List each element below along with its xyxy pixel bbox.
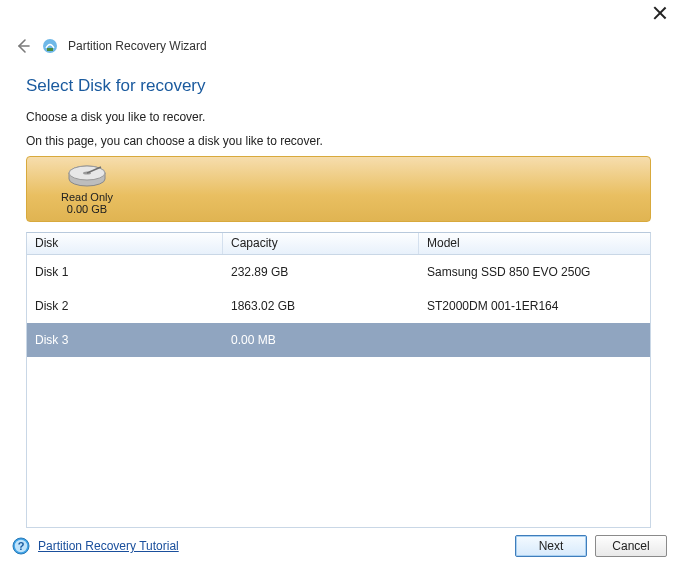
help-icon: ? — [12, 537, 30, 555]
table-row[interactable]: Disk 30.00 MB — [27, 323, 650, 357]
cell-disk: Disk 3 — [27, 333, 223, 347]
page-title: Select Disk for recovery — [26, 76, 651, 96]
content: Select Disk for recovery Choose a disk y… — [0, 60, 677, 528]
column-header-model[interactable]: Model — [419, 233, 650, 254]
svg-text:?: ? — [18, 540, 25, 552]
header-title: Partition Recovery Wizard — [68, 39, 207, 53]
page-sub-text: On this page, you can choose a disk you … — [26, 134, 651, 148]
wizard-window: Partition Recovery Wizard Select Disk fo… — [0, 0, 677, 566]
media-status-label: Read Only — [61, 191, 113, 203]
cell-capacity: 1863.02 GB — [223, 299, 419, 313]
footer: ? Partition Recovery Tutorial Next Cance… — [0, 532, 677, 566]
back-button[interactable] — [14, 37, 32, 55]
app-icon — [42, 38, 58, 54]
table-body: Disk 1232.89 GBSamsung SSD 850 EVO 250GD… — [27, 255, 650, 357]
close-icon[interactable] — [653, 6, 667, 20]
next-button[interactable]: Next — [515, 535, 587, 557]
arrow-left-icon — [15, 38, 31, 54]
cell-model: ST2000DM 001-1ER164 — [419, 299, 650, 313]
media-info-box: Read Only 0.00 GB — [26, 156, 651, 222]
svg-rect-1 — [47, 48, 53, 51]
header: Partition Recovery Wizard — [0, 32, 677, 60]
cell-model: Samsung SSD 850 EVO 250G — [419, 265, 650, 279]
disk-table: Disk Capacity Model Disk 1232.89 GBSamsu… — [26, 232, 651, 528]
column-header-capacity[interactable]: Capacity — [223, 233, 419, 254]
table-row[interactable]: Disk 21863.02 GBST2000DM 001-1ER164 — [27, 289, 650, 323]
page-body-text: Choose a disk you like to recover. — [26, 110, 651, 124]
cell-capacity: 232.89 GB — [223, 265, 419, 279]
media-size-label: 0.00 GB — [67, 203, 107, 215]
tutorial-link[interactable]: Partition Recovery Tutorial — [38, 539, 179, 553]
cell-disk: Disk 2 — [27, 299, 223, 313]
disk-icon — [65, 163, 109, 191]
cell-disk: Disk 1 — [27, 265, 223, 279]
titlebar — [0, 0, 677, 32]
table-row[interactable]: Disk 1232.89 GBSamsung SSD 850 EVO 250G — [27, 255, 650, 289]
cancel-button[interactable]: Cancel — [595, 535, 667, 557]
column-header-disk[interactable]: Disk — [27, 233, 223, 254]
cell-capacity: 0.00 MB — [223, 333, 419, 347]
table-header: Disk Capacity Model — [27, 233, 650, 255]
